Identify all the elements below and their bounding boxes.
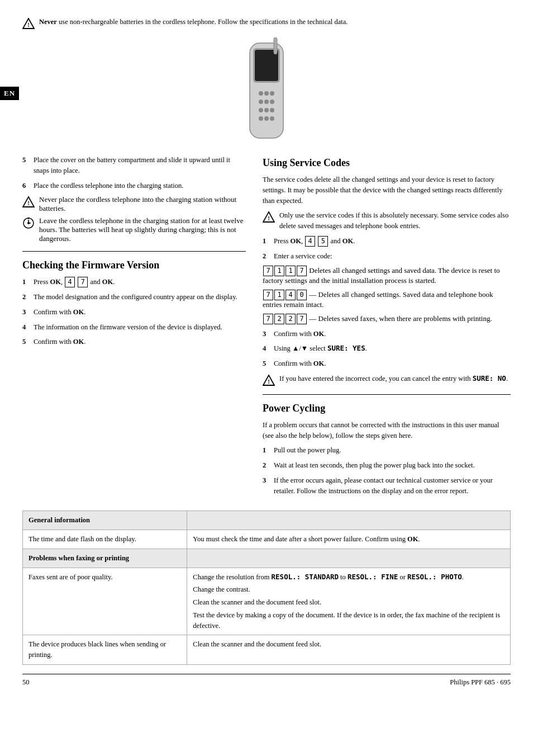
faxing-header-empty (187, 549, 511, 568)
brand-name: Philips PPF 685 · 695 (450, 678, 511, 687)
sub-warning-icon: ! (22, 196, 35, 208)
clock-icon (22, 217, 35, 229)
firmware-step-2-num: 2 (22, 292, 30, 303)
main-left: 5 Place the cover on the battery compart… (22, 155, 246, 500)
never-bold: Never (39, 18, 57, 26)
firmware-step-1: 1 Press OK, 4 7 and OK. (22, 277, 246, 287)
table-row: The time and date flash on the display. … (23, 530, 511, 549)
fax-solution-1: Change the resolution from RESOL.: STAND… (187, 568, 511, 635)
ok-bold-2: OK (102, 278, 113, 286)
service-step-4-text: Using ▲/▼ select SURE: YES. (274, 343, 511, 354)
sub-warning-text: Never place the cordless telephone into … (39, 195, 246, 213)
ok-s5: OK (313, 360, 324, 367)
table-section-faxing: Problems when faxing or printing (23, 549, 511, 568)
general-problem: The time and date flash on the display. (23, 530, 187, 549)
step-6-text: Place the cordless telephone into the ch… (34, 181, 246, 191)
fax-solution-1-line2: Change the contrast. (193, 584, 505, 595)
svg-text:!: ! (268, 378, 270, 385)
svg-point-6 (264, 91, 269, 96)
warning-icon: ! (22, 17, 35, 30)
firmware-step-2-text: The model designation and the configured… (34, 292, 246, 303)
service-steps-2: 3 Confirm with OK. 4 Using ▲/▼ select SU… (263, 329, 511, 369)
key-1-b: 1 (285, 266, 296, 276)
ok-s3: OK (313, 330, 324, 338)
power-step-1: 1 Pull out the power plug. (263, 445, 511, 456)
svg-point-12 (264, 108, 269, 112)
svg-text:!: ! (268, 215, 270, 221)
step-6-num: 6 (22, 181, 30, 191)
two-col-main: 5 Place the cover on the battery compart… (22, 155, 511, 500)
power-step-1-num: 1 (263, 445, 270, 456)
service-final-warning-text: If you have entered the incorrect code, … (279, 374, 508, 384)
code-7117-line: 7117 Deletes all changed settings and sa… (263, 266, 511, 285)
service-step-1-text: Press OK, 4 5 and OK. (274, 236, 511, 247)
ok-s1: OK (291, 237, 301, 245)
key-2-b: 2 (285, 314, 296, 324)
power-cycling-intro: If a problem occurs that cannot be corre… (263, 420, 511, 441)
service-step-2-num: 2 (263, 251, 270, 262)
key-4-sc: 4 (305, 236, 315, 247)
svg-point-9 (264, 100, 269, 104)
key-7-d: 7 (263, 314, 273, 324)
fax-solution-2: Clean the scanner and the document feed … (187, 635, 511, 665)
firmware-steps: 1 Press OK, 4 7 and OK. 2 The model desi… (22, 277, 246, 347)
power-step-2: 2 Wait at least ten seconds, then plug t… (263, 460, 511, 471)
sure-no: SURE: NO (473, 374, 506, 382)
service-final-warning-icon: ! (263, 374, 275, 386)
svg-point-5 (259, 91, 263, 96)
main-right: Using Service Codes The service codes de… (263, 155, 511, 500)
sure-yes: SURE: YES (327, 344, 365, 352)
key-1-a: 1 (274, 266, 284, 276)
power-step-3: 3 If the error occurs again, please cont… (263, 475, 511, 497)
step-5: 5 Place the cover on the battery compart… (22, 155, 246, 176)
svg-point-13 (270, 108, 274, 112)
svg-point-15 (264, 116, 269, 121)
resol-photo: RESOL.: PHOTO (407, 573, 462, 581)
service-step-4-num: 4 (263, 343, 270, 354)
sub-note-text: Leave the cordless telephone in the char… (39, 216, 246, 243)
svg-text:!: ! (27, 21, 30, 28)
power-cycling-steps: 1 Pull out the power plug. 2 Wait at lea… (263, 445, 511, 496)
table-row: Faxes sent are of poor quality. Change t… (23, 568, 511, 635)
en-badge: EN (0, 87, 19, 100)
table-row: The device produces black lines when sen… (23, 635, 511, 665)
key-7-fw: 7 (78, 277, 88, 287)
resol-std: RESOL.: STANDARD (272, 573, 339, 581)
service-step-5-text: Confirm with OK. (274, 358, 511, 369)
firmware-step-5-text: Confirm with OK. (34, 337, 246, 347)
svg-point-11 (259, 108, 263, 112)
phone-image-area (22, 37, 511, 146)
svg-rect-4 (255, 50, 278, 81)
service-final-warning: ! If you have entered the incorrect code… (263, 374, 511, 386)
ok-bold-5: OK (73, 338, 84, 346)
left-steps: 5 Place the cover on the battery compart… (22, 155, 246, 191)
key-0-a: 0 (297, 290, 307, 300)
firmware-step-2: 2 The model designation and the configur… (22, 292, 246, 303)
step-5-num: 5 (22, 155, 30, 176)
service-step-2-text: Enter a service code: (274, 251, 511, 262)
resol-fine: RESOL.: FINE (348, 573, 398, 581)
troubleshoot-table: General information The time and date fl… (22, 511, 511, 665)
table-section-general: General information (23, 511, 511, 530)
key-7-b: 7 (297, 266, 307, 276)
service-step-1-num: 1 (263, 236, 270, 247)
svg-point-16 (270, 116, 274, 121)
sub-note-charging: Leave the cordless telephone in the char… (22, 216, 246, 243)
never-warning-text: Never use non-rechargeable batteries in … (39, 17, 348, 27)
code-7227-desc: — Deletes saved faxes, when there are pr… (309, 314, 492, 323)
service-step-5: 5 Confirm with OK. (263, 358, 511, 369)
fax-problem-1: Faxes sent are of poor quality. (23, 568, 187, 635)
power-step-2-text: Wait at least ten seconds, then plug the… (274, 460, 511, 471)
ok-bold-1: OK (50, 278, 61, 286)
fax-solution-1-line3: Clean the scanner and the document feed … (193, 597, 505, 608)
firmware-step-3-text: Confirm with OK. (34, 307, 246, 318)
key-4-fw: 4 (65, 277, 75, 287)
footer: 50 Philips PPF 685 · 695 (22, 674, 511, 687)
bottom-section: General information The time and date fl… (22, 511, 511, 665)
ok-bold-3: OK (73, 308, 84, 316)
service-warning-text: Only use the service codes if this is ab… (279, 210, 511, 231)
service-steps-1: 1 Press OK, 4 5 and OK. 2 Enter a servic… (263, 236, 511, 262)
svg-rect-17 (274, 37, 277, 54)
service-step-1: 1 Press OK, 4 5 and OK. (263, 236, 511, 247)
service-step-2: 2 Enter a service code: (263, 251, 511, 262)
